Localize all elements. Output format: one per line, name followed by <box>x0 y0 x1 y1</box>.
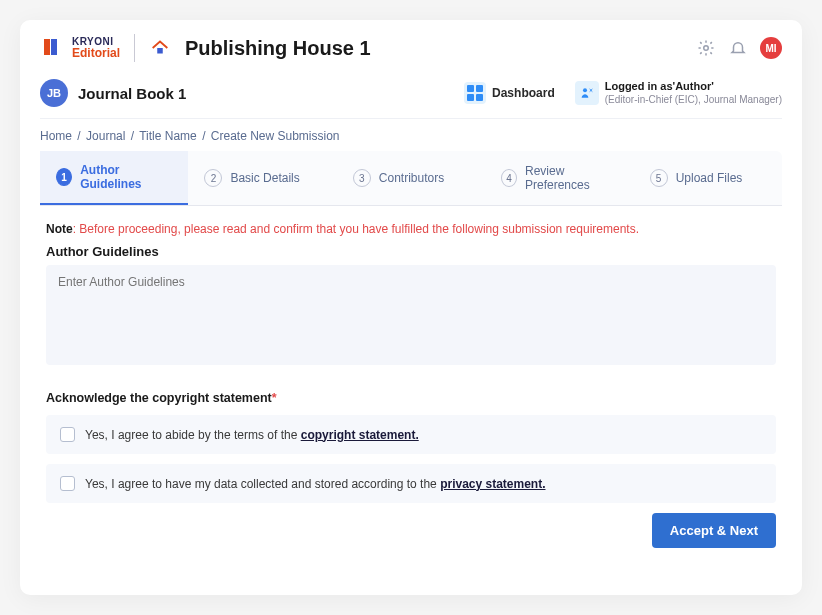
ack-section-label: Acknowledge the copyright statement* <box>46 391 776 405</box>
required-marker: * <box>272 391 277 405</box>
footer-row: Accept & Next <box>46 513 776 548</box>
brand-logo[interactable]: KRYONI Editorial <box>40 36 120 60</box>
tab-number: 4 <box>501 169 517 187</box>
bell-icon <box>729 39 747 57</box>
brand-text: KRYONI Editorial <box>72 36 120 60</box>
privacy-ack-row: Yes, I agree to have my data collected a… <box>46 464 776 503</box>
tab-number: 5 <box>650 169 668 187</box>
tab-upload-files[interactable]: 5 Upload Files <box>634 157 782 199</box>
note-body: : Before proceeding, please read and con… <box>73 222 639 236</box>
subbar: JB Journal Book 1 Dashboard Logged in as… <box>40 72 782 119</box>
tab-label: Review Preferences <box>525 164 618 192</box>
dashboard-label: Dashboard <box>492 86 555 100</box>
divider <box>134 34 135 62</box>
copyright-checkbox[interactable] <box>60 427 75 442</box>
login-status: Logged in as'Author' (Editor-in-Chief (E… <box>575 80 782 105</box>
copyright-statement-link[interactable]: copyright statement. <box>301 428 419 442</box>
author-guidelines-input[interactable] <box>46 265 776 365</box>
gear-icon <box>697 39 715 57</box>
breadcrumb-separator: / <box>77 129 80 143</box>
wizard-tabs: 1 Author Guidelines 2 Basic Details 3 Co… <box>40 151 782 206</box>
tab-contributors[interactable]: 3 Contributors <box>337 157 485 199</box>
publishing-house-title: Publishing House 1 <box>185 37 371 60</box>
tab-number: 3 <box>353 169 371 187</box>
app-card: KRYONI Editorial Publishing House 1 MI <box>20 20 802 595</box>
tab-content: Note: Before proceeding, please read and… <box>40 206 782 548</box>
brand-line2: Editorial <box>72 47 120 60</box>
topbar: KRYONI Editorial Publishing House 1 MI <box>40 34 782 72</box>
dashboard-button[interactable]: Dashboard <box>458 78 561 108</box>
guidelines-section-label: Author Guidelines <box>46 244 776 259</box>
topbar-right: MI <box>696 37 782 59</box>
copyright-ack-row: Yes, I agree to abide by the terms of th… <box>46 415 776 454</box>
tab-label: Upload Files <box>676 171 743 185</box>
privacy-statement-link[interactable]: privacy statement. <box>440 477 545 491</box>
copyright-text: Yes, I agree to abide by the terms of th… <box>85 428 419 442</box>
dashboard-icon <box>464 82 486 104</box>
tab-number: 1 <box>56 168 72 186</box>
login-line1: Logged in as'Author' <box>605 80 782 93</box>
svg-rect-0 <box>157 48 163 54</box>
tab-review-preferences[interactable]: 4 Review Preferences <box>485 152 633 204</box>
breadcrumb-item[interactable]: Create New Submission <box>211 129 340 143</box>
breadcrumb-item[interactable]: Title Name <box>139 129 197 143</box>
breadcrumb-separator: / <box>131 129 134 143</box>
notifications-button[interactable] <box>728 38 748 58</box>
privacy-text: Yes, I agree to have my data collected a… <box>85 477 546 491</box>
journal-title: Journal Book 1 <box>78 85 186 102</box>
tab-number: 2 <box>204 169 222 187</box>
settings-button[interactable] <box>696 38 716 58</box>
svg-point-1 <box>704 46 709 51</box>
user-avatar[interactable]: MI <box>760 37 782 59</box>
tab-label: Contributors <box>379 171 444 185</box>
ack-label-text: Acknowledge the copyright statement <box>46 391 272 405</box>
login-line2: (Editor-in-Chief (EIC), Journal Manager) <box>605 94 782 106</box>
privacy-checkbox[interactable] <box>60 476 75 491</box>
privacy-prefix: Yes, I agree to have my data collected a… <box>85 477 440 491</box>
subbar-right: Dashboard Logged in as'Author' (Editor-i… <box>458 78 782 108</box>
svg-point-2 <box>583 88 587 92</box>
tab-label: Author Guidelines <box>80 163 172 191</box>
breadcrumb-separator: / <box>202 129 205 143</box>
note-line: Note: Before proceeding, please read and… <box>46 222 776 236</box>
breadcrumb: Home / Journal / Title Name / Create New… <box>40 119 782 151</box>
tab-label: Basic Details <box>230 171 299 185</box>
journal-badge: JB <box>40 79 68 107</box>
breadcrumb-item[interactable]: Journal <box>86 129 125 143</box>
tab-basic-details[interactable]: 2 Basic Details <box>188 157 336 199</box>
tab-author-guidelines[interactable]: 1 Author Guidelines <box>40 151 188 205</box>
accept-next-button[interactable]: Accept & Next <box>652 513 776 548</box>
house-icon <box>149 37 171 59</box>
note-label: Note <box>46 222 73 236</box>
copyright-prefix: Yes, I agree to abide by the terms of th… <box>85 428 301 442</box>
book-icon <box>40 36 64 60</box>
login-text: Logged in as'Author' (Editor-in-Chief (E… <box>605 80 782 105</box>
breadcrumb-item[interactable]: Home <box>40 129 72 143</box>
user-role-icon <box>575 81 599 105</box>
